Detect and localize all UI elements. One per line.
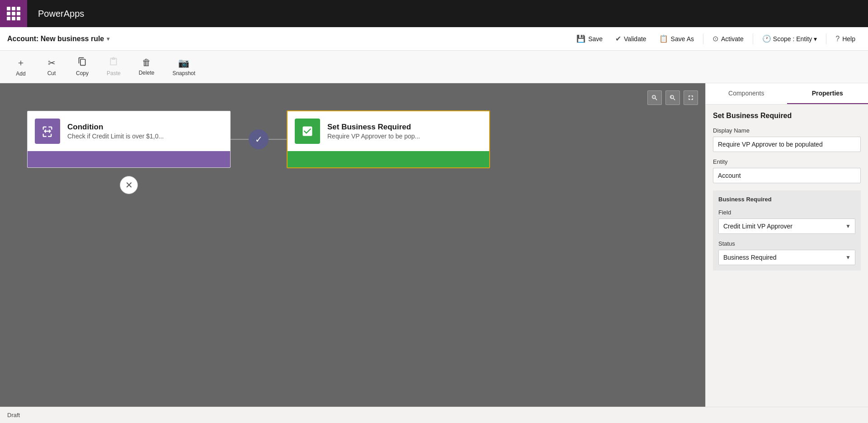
save-icon: 💾	[576, 34, 585, 43]
header-divider-3	[826, 33, 826, 44]
delete-button[interactable]: 🗑 Delete	[132, 54, 162, 80]
condition-node-header: Condition Check if Credit Limit is over …	[28, 111, 230, 151]
condition-node-footer	[28, 151, 230, 167]
zoom-in-button[interactable]	[665, 90, 680, 105]
action-node[interactable]: Set Business Required Require VP Approve…	[287, 110, 490, 168]
canvas-controls	[647, 90, 698, 105]
condition-subtitle: Check if Credit Limit is over $1,0...	[67, 133, 164, 140]
app-name: PowerApps	[27, 9, 95, 19]
business-required-section: Business Required Field Credit Limit VP …	[713, 190, 861, 271]
add-icon: ＋	[16, 57, 25, 69]
validate-icon: ✔	[615, 34, 621, 43]
zoom-out-button[interactable]	[647, 90, 662, 105]
breadcrumb: Account: New business rule ▾	[7, 35, 109, 43]
condition-title: Condition	[67, 123, 164, 132]
check-badge: ✓	[249, 129, 269, 149]
panel-tabs: Components Properties	[706, 83, 868, 105]
entity-label: Entity	[713, 158, 861, 165]
action-subtitle: Require VP Approver to be pop...	[327, 133, 420, 140]
status-label: Status	[718, 240, 855, 247]
scope-value: Entity	[796, 35, 812, 43]
connector-line-left	[231, 139, 249, 140]
cut-label: Cut	[47, 70, 56, 76]
save-as-icon: 📋	[659, 34, 668, 43]
save-button[interactable]: 💾 Save	[571, 32, 608, 46]
action-icon-box	[295, 119, 320, 144]
display-name-label: Display Name	[713, 127, 861, 134]
launcher-grid	[7, 7, 20, 20]
field-select[interactable]: Credit Limit VP Approver	[718, 219, 855, 234]
fit-screen-button[interactable]	[684, 90, 698, 105]
delete-icon: 🗑	[142, 57, 151, 68]
action-node-header: Set Business Required Require VP Approve…	[288, 111, 489, 151]
entity-input[interactable]	[713, 168, 861, 183]
action-node-text: Set Business Required Require VP Approve…	[327, 123, 420, 140]
validate-button[interactable]: ✔ Validate	[610, 32, 652, 46]
header-divider-2	[753, 33, 753, 44]
scope-chevron-icon: ▾	[814, 35, 817, 43]
status-select[interactable]: Business Required Not Business Required …	[718, 250, 855, 265]
right-panel: Components Properties Set Business Requi…	[705, 83, 868, 407]
connector-line-right	[269, 139, 287, 140]
scope-icon: 🕐	[762, 34, 771, 43]
flow-area: Condition Check if Credit Limit is over …	[27, 110, 490, 168]
header-divider	[703, 33, 703, 44]
scope-label: Scope :	[773, 35, 794, 43]
tab-components[interactable]: Components	[706, 83, 787, 104]
add-label: Add	[16, 71, 25, 77]
paste-icon	[109, 57, 118, 68]
breadcrumb-text: Account: New business rule	[7, 35, 104, 43]
help-button[interactable]: ? Help	[830, 32, 861, 46]
status-select-wrapper: Business Required Not Business Required …	[718, 250, 855, 265]
business-required-label: Business Required	[718, 196, 855, 203]
action-title: Set Business Required	[327, 123, 420, 132]
add-button[interactable]: ＋ Add	[7, 53, 34, 81]
activate-label: Activate	[721, 35, 744, 43]
reject-badge: ✕	[120, 176, 138, 194]
status-bar: Draft	[0, 407, 868, 423]
breadcrumb-chevron-icon[interactable]: ▾	[107, 36, 109, 42]
save-as-label: Save As	[671, 35, 694, 43]
main-content: Condition Check if Credit Limit is over …	[0, 83, 868, 407]
condition-node[interactable]: Condition Check if Credit Limit is over …	[27, 111, 231, 168]
panel-section-title: Set Business Required	[713, 112, 861, 120]
copy-label: Copy	[76, 70, 89, 76]
display-name-input[interactable]	[713, 137, 861, 152]
scope-button[interactable]: 🕐 Scope : Entity ▾	[757, 32, 823, 46]
top-bar: PowerApps	[0, 0, 868, 27]
app-launcher[interactable]	[0, 0, 27, 27]
snapshot-button[interactable]: 📷 Snapshot	[165, 54, 203, 80]
paste-button[interactable]: Paste	[99, 53, 128, 80]
field-label: Field	[718, 209, 855, 216]
field-select-wrapper: Credit Limit VP Approver ▼	[718, 219, 855, 234]
header-actions: 💾 Save ✔ Validate 📋 Save As ⊙ Activate 🕐…	[571, 32, 861, 46]
copy-icon	[78, 57, 87, 68]
paste-label: Paste	[107, 70, 121, 76]
status-text: Draft	[7, 412, 20, 418]
save-as-button[interactable]: 📋 Save As	[654, 32, 699, 46]
save-label: Save	[588, 35, 603, 43]
activate-button[interactable]: ⊙ Activate	[707, 32, 749, 46]
condition-node-text: Condition Check if Credit Limit is over …	[67, 123, 164, 140]
help-icon: ?	[835, 35, 840, 43]
help-label: Help	[842, 35, 855, 43]
toolbar: ＋ Add ✂ Cut Copy Paste 🗑 Delete 📷 Snapsh…	[0, 51, 868, 83]
panel-content: Set Business Required Display Name Entit…	[706, 105, 868, 278]
cut-button[interactable]: ✂ Cut	[38, 54, 65, 80]
validate-label: Validate	[624, 35, 646, 43]
connector: ✓	[231, 129, 287, 149]
canvas[interactable]: Condition Check if Credit Limit is over …	[0, 83, 705, 407]
header-bar: Account: New business rule ▾ 💾 Save ✔ Va…	[0, 27, 868, 51]
tab-properties[interactable]: Properties	[787, 83, 868, 104]
cut-icon: ✂	[48, 57, 56, 68]
condition-icon-box	[35, 119, 60, 144]
snapshot-icon: 📷	[178, 57, 189, 68]
activate-icon: ⊙	[712, 34, 718, 43]
delete-label: Delete	[139, 70, 155, 76]
snapshot-label: Snapshot	[172, 70, 195, 76]
copy-button[interactable]: Copy	[69, 53, 96, 80]
action-node-footer	[288, 151, 489, 167]
